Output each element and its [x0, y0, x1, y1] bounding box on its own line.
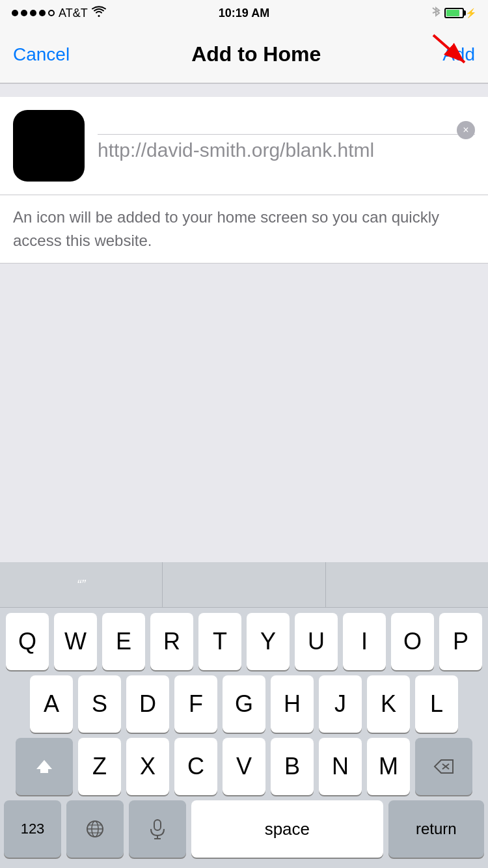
signal-dot-1: [12, 10, 18, 16]
page-title: Add to Home: [191, 42, 321, 66]
content-area: [0, 264, 488, 498]
key-q[interactable]: Q: [6, 613, 49, 670]
globe-key[interactable]: [66, 800, 124, 858]
key-a[interactable]: A: [30, 675, 73, 733]
key-row-4: 123 space return: [0, 795, 488, 868]
key-b[interactable]: B: [271, 738, 314, 795]
key-g[interactable]: G: [223, 675, 265, 733]
status-bar: AT&T 10:19 AM ⚡: [0, 0, 488, 26]
icon-url-row: × http://david-smith.org/blank.html: [0, 97, 488, 195]
battery-icon: [444, 8, 464, 18]
status-right: ⚡: [431, 5, 476, 21]
app-icon: [13, 110, 85, 182]
battery: ⚡: [444, 8, 476, 18]
key-h[interactable]: H: [271, 675, 314, 733]
clear-button[interactable]: ×: [457, 121, 475, 139]
mic-key[interactable]: [129, 800, 186, 858]
key-s[interactable]: S: [78, 675, 121, 733]
description-text: An icon will be added to your home scree…: [13, 208, 439, 249]
key-c[interactable]: C: [174, 738, 217, 795]
suggestion-text-1: “”: [77, 577, 85, 592]
key-r[interactable]: R: [150, 613, 193, 670]
url-input-line: [98, 129, 475, 135]
key-v[interactable]: V: [223, 738, 265, 795]
key-row-3: Z X C V B N M: [0, 733, 488, 795]
key-e[interactable]: E: [102, 613, 145, 670]
bluetooth-icon: [431, 5, 441, 21]
suggestion-cell-2[interactable]: [163, 562, 325, 607]
description-row: An icon will be added to your home scree…: [0, 195, 488, 264]
delete-key[interactable]: [415, 738, 472, 795]
return-key[interactable]: return: [388, 800, 484, 858]
key-row-2: A S D F G H J K L: [0, 670, 488, 733]
key-m[interactable]: M: [367, 738, 410, 795]
keyboard[interactable]: “” Q W E R T Y U I O P A S D F G H J K L: [0, 562, 488, 868]
charging-icon: ⚡: [465, 8, 476, 18]
space-key[interactable]: space: [191, 800, 383, 858]
nav-bar: Cancel Add to Home Add: [0, 26, 488, 83]
url-area: × http://david-smith.org/blank.html: [98, 129, 475, 163]
key-f[interactable]: F: [174, 675, 217, 733]
battery-fill: [446, 10, 459, 16]
key-l[interactable]: L: [415, 675, 458, 733]
key-j[interactable]: J: [319, 675, 362, 733]
cancel-button[interactable]: Cancel: [13, 44, 70, 65]
gap: [0, 84, 488, 97]
key-y[interactable]: Y: [247, 613, 290, 670]
url-text[interactable]: http://david-smith.org/blank.html: [98, 137, 475, 163]
shift-key[interactable]: [16, 738, 73, 795]
key-k[interactable]: K: [367, 675, 410, 733]
suggestion-cell-1[interactable]: “”: [0, 562, 163, 607]
numbers-key[interactable]: 123: [4, 800, 61, 858]
signal-dot-4: [39, 10, 46, 16]
signal-dots: [12, 10, 55, 16]
signal-dot-2: [21, 10, 27, 16]
key-d[interactable]: D: [126, 675, 169, 733]
key-w[interactable]: W: [54, 613, 97, 670]
status-left: AT&T: [12, 6, 106, 20]
key-n[interactable]: N: [319, 738, 362, 795]
key-p[interactable]: P: [439, 613, 482, 670]
key-i[interactable]: I: [343, 613, 386, 670]
add-button[interactable]: Add: [442, 44, 475, 65]
suggestions-row: “”: [0, 562, 488, 608]
key-z[interactable]: Z: [78, 738, 121, 795]
suggestion-cell-3[interactable]: [326, 562, 488, 607]
key-row-1: Q W E R T Y U I O P: [0, 608, 488, 670]
wifi-icon: [92, 6, 106, 20]
svg-rect-10: [154, 820, 161, 830]
status-time: 10:19 AM: [219, 7, 269, 20]
key-x[interactable]: X: [126, 738, 169, 795]
key-u[interactable]: U: [295, 613, 338, 670]
signal-dot-3: [30, 10, 36, 16]
key-t[interactable]: T: [198, 613, 241, 670]
svg-marker-2: [36, 760, 52, 773]
signal-dot-5: [48, 10, 55, 16]
key-o[interactable]: O: [391, 613, 434, 670]
carrier-label: AT&T: [59, 7, 88, 20]
